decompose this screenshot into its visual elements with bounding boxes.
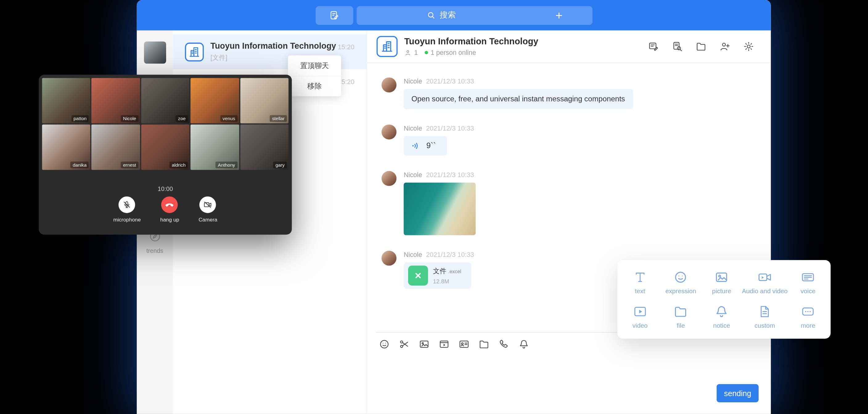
message-meta: Nicole2021/12/3 10:33: [404, 125, 474, 132]
chat-title: Tuoyun Information Technology: [404, 37, 538, 46]
text-bubble[interactable]: Open source, free, and universal instant…: [404, 89, 633, 109]
video-tile[interactable]: stellar: [240, 78, 288, 123]
settings-gear-icon[interactable]: [743, 41, 754, 52]
message-sender: Nicole: [404, 77, 422, 85]
video-tile[interactable]: patton: [42, 78, 91, 123]
camera-control[interactable]: Camera: [198, 196, 217, 222]
voice-duration: 9``: [426, 141, 436, 151]
message-image: Nicole2021/12/3 10:33: [381, 171, 771, 235]
type-item-video[interactable]: video: [620, 299, 660, 333]
participant-name: Nicole: [121, 115, 138, 122]
type-item-picture[interactable]: picture: [701, 265, 742, 299]
group-avatar: [185, 42, 204, 61]
chat-history-search-icon[interactable]: [672, 41, 683, 52]
video-grid: patton Nicole zoe venus stellar danika e…: [42, 78, 288, 170]
hangup-button[interactable]: [161, 196, 178, 213]
microphone-control[interactable]: microphone: [114, 196, 141, 222]
video-tile[interactable]: danika: [42, 124, 91, 170]
video-tile[interactable]: gary: [240, 124, 288, 170]
hangup-control[interactable]: hang up: [160, 196, 179, 222]
participant-name: venus: [220, 115, 237, 122]
online-status: 1 person online: [431, 49, 476, 56]
voice-wave-icon: [411, 141, 421, 151]
send-image-icon[interactable]: [418, 339, 430, 350]
send-button[interactable]: sending: [717, 384, 759, 402]
message-input[interactable]: [376, 357, 762, 414]
note-button[interactable]: [315, 6, 353, 25]
conversation-time: 15:20: [338, 43, 354, 51]
voice-bubble[interactable]: 9``: [404, 136, 447, 156]
send-file-icon[interactable]: [478, 339, 490, 350]
video-tile[interactable]: ernest: [92, 124, 140, 170]
building-icon: [380, 40, 394, 53]
sender-avatar[interactable]: [381, 125, 397, 140]
search-field[interactable]: 搜索: [356, 10, 526, 20]
message-text: Nicole2021/12/3 10:33 Open source, free,…: [381, 77, 771, 109]
chat-actions: [648, 41, 754, 52]
file-size: 12.8M: [433, 278, 461, 285]
emoji-icon[interactable]: [379, 339, 390, 350]
video-tile[interactable]: Anthony: [190, 124, 239, 170]
type-item-text[interactable]: text: [620, 265, 660, 299]
add-member-icon[interactable]: [719, 41, 731, 52]
video-tile[interactable]: Nicole: [92, 78, 140, 123]
message-time: 2021/12/3 10:33: [426, 251, 474, 258]
x-glyph-icon: [412, 270, 424, 281]
message-meta: Nicole2021/12/3 10:33: [404, 77, 633, 85]
custom-icon: [758, 304, 772, 319]
participant-name: aldrich: [169, 162, 188, 168]
call-controls: microphone hang up Camera: [42, 196, 288, 222]
microphone-button[interactable]: [119, 196, 135, 213]
type-item-file[interactable]: file: [660, 299, 701, 333]
type-item-voice[interactable]: voice: [787, 265, 828, 299]
call-timer: 10:00: [42, 185, 288, 192]
user-avatar[interactable]: [144, 41, 166, 64]
video-tile[interactable]: zoe: [141, 78, 190, 123]
screenshot-scissors-icon[interactable]: [399, 339, 410, 350]
sender-avatar[interactable]: [381, 77, 397, 93]
message-sender: Nicole: [404, 125, 422, 132]
message-type-panel: text expression picture Audio and video …: [617, 260, 831, 339]
menu-item-pin-chat[interactable]: 置顶聊天: [288, 56, 341, 76]
camera-button[interactable]: [200, 196, 216, 213]
video-tile[interactable]: aldrich: [141, 124, 190, 170]
notice-bell-icon[interactable]: [519, 339, 530, 350]
chat-input-area: sending: [376, 332, 762, 414]
message-meta: Nicole2021/12/3 10:33: [404, 171, 476, 179]
type-item-audio-video[interactable]: Audio and video: [742, 265, 787, 299]
contact-card-icon[interactable]: [459, 339, 470, 350]
type-item-custom[interactable]: custom: [742, 299, 787, 333]
group-notice-icon[interactable]: [648, 41, 659, 52]
sender-avatar[interactable]: [381, 251, 397, 266]
message-meta: Nicole2021/12/3 10:33: [404, 251, 474, 258]
hangup-label: hang up: [160, 216, 179, 222]
expression-icon: [674, 270, 688, 285]
add-button[interactable]: +: [526, 6, 592, 25]
more-icon: [801, 304, 815, 319]
hangup-phone-icon: [164, 200, 175, 210]
audio-video-icon: [758, 270, 772, 285]
search-placeholder: 搜索: [439, 10, 456, 20]
sender-avatar[interactable]: [381, 171, 397, 186]
type-item-notice[interactable]: notice: [701, 299, 742, 333]
building-icon: [188, 45, 201, 58]
video-tile[interactable]: venus: [190, 78, 239, 123]
file-attachment[interactable]: 文件 .excel 12.8M: [404, 262, 471, 289]
type-item-expression[interactable]: expression: [660, 265, 701, 299]
call-icon[interactable]: [498, 339, 509, 350]
message-sender: Nicole: [404, 171, 422, 179]
image-attachment[interactable]: [404, 183, 476, 235]
excel-file-icon: [408, 266, 428, 286]
app-top-bar: 搜索 +: [137, 0, 771, 31]
note-pen-icon: [329, 9, 340, 21]
type-item-more[interactable]: more: [787, 299, 828, 333]
voice-icon: [801, 270, 815, 285]
global-search-bar[interactable]: 搜索 +: [356, 6, 592, 25]
participant-name: Anthony: [216, 162, 237, 168]
send-video-icon[interactable]: [439, 339, 450, 350]
message-voice: Nicole2021/12/3 10:33 9``: [381, 125, 771, 156]
file-ext: .excel: [448, 269, 461, 275]
group-files-icon[interactable]: [695, 41, 707, 52]
menu-item-remove[interactable]: 移除: [288, 76, 341, 96]
message-time: 2021/12/3 10:33: [426, 171, 474, 179]
